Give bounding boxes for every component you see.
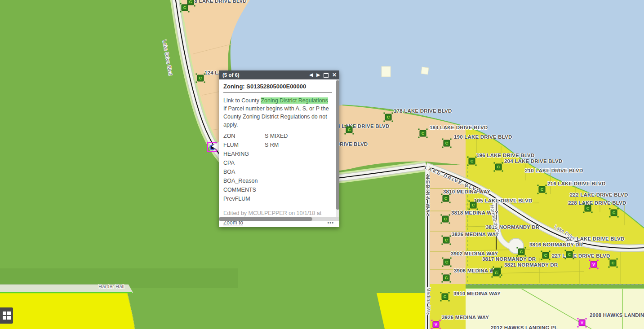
grid-icon <box>3 311 11 320</box>
horizontal-scrollbar-thumb[interactable] <box>219 217 312 221</box>
parcel-marker-c[interactable]: C <box>187 0 194 5</box>
vertical-scrollbar[interactable] <box>336 79 339 217</box>
field-label: CPA <box>223 158 265 167</box>
field-row: ZON S MIXED <box>223 132 332 140</box>
popup-tail <box>212 142 219 151</box>
parcel-marker-c[interactable]: C <box>566 251 573 258</box>
close-icon[interactable]: ✕ <box>332 70 337 79</box>
basemap-grid-button[interactable] <box>0 307 13 324</box>
parcel-marker-c[interactable]: C <box>469 158 475 165</box>
parcel-marker-c[interactable]: C <box>197 75 204 82</box>
popup-page-indicator: (5 of 6) <box>222 72 240 78</box>
parcel-marker-c[interactable]: C <box>442 294 449 300</box>
parcel-marker-c[interactable]: C <box>493 270 500 276</box>
parcel-marker-c[interactable]: C <box>443 275 450 281</box>
field-row: CPA <box>223 158 332 167</box>
parcel-marker-c[interactable]: C <box>442 216 449 223</box>
edited-by-line1: Edited by MCULPEPPER on 10/1/18 at 2:23 <box>223 210 321 217</box>
edited-by-text: Edited by MCULPEPPER on 10/1/18 at 2:23P… <box>223 210 332 217</box>
field-row: FLUM S RM <box>223 140 332 149</box>
field-value <box>265 158 332 167</box>
parcel-marker-c[interactable]: C <box>420 130 426 137</box>
parcel-marker-c[interactable]: C <box>539 186 546 193</box>
field-row: PrevFLUM <box>223 194 332 203</box>
field-row: BOA_Reason <box>223 176 332 185</box>
parcel-marker-v[interactable]: V <box>591 261 597 268</box>
field-row: BOA <box>223 167 332 176</box>
parcel-note-text: If Parcel number begins with A, S, or P … <box>223 105 329 128</box>
parcel-marker-c[interactable]: C <box>611 210 617 216</box>
popup-content[interactable]: Zoning: S01352805000E00000 Link to Count… <box>219 79 339 217</box>
zoning-regulations-link[interactable]: Zoning District Regulations <box>261 97 328 104</box>
parcel-marker-c[interactable]: C <box>443 195 449 202</box>
field-row: HEARING <box>223 149 332 158</box>
next-feature-button[interactable]: ▶ <box>316 70 320 79</box>
field-row: COMMENTS <box>223 185 332 194</box>
field-label: FLUM <box>223 140 265 149</box>
parcel-marker-c[interactable]: C <box>444 259 450 266</box>
link-prefix-text: Link to County <box>223 97 261 104</box>
field-label: COMMENTS <box>223 185 265 194</box>
horizontal-scrollbar[interactable] <box>219 217 339 221</box>
parcel-marker-c[interactable]: C <box>585 205 591 212</box>
map-stage[interactable]: 118 LAKE DRIVE BLVD124 LAKE DRIVE BLVD17… <box>0 0 644 329</box>
parcel-marker-c[interactable]: C <box>385 114 392 121</box>
vertical-scrollbar-thumb[interactable] <box>336 80 339 210</box>
parcel-marker-v[interactable]: V <box>579 320 586 326</box>
parcel-marker-v[interactable]: V <box>433 321 440 328</box>
feature-popup[interactable]: (5 of 6) ◀ ▶ ✕ Zoning: S01352805000E0000… <box>219 70 339 227</box>
prev-feature-button[interactable]: ◀ <box>310 70 313 79</box>
field-label: PrevFLUM <box>223 194 265 203</box>
popup-header: (5 of 6) ◀ ▶ ✕ <box>219 70 339 79</box>
parcel-marker-c[interactable]: C <box>518 249 525 255</box>
title-divider <box>223 92 332 93</box>
popup-description: Link to County Zoning District Regulatio… <box>223 97 332 129</box>
field-value <box>265 176 332 185</box>
maximize-icon[interactable] <box>324 73 329 78</box>
field-value: S RM <box>265 140 332 149</box>
field-value <box>265 185 332 194</box>
parcel-marker-c[interactable]: C <box>443 237 450 244</box>
parcel-marker-c[interactable]: C <box>495 164 502 171</box>
field-value <box>265 149 332 158</box>
field-label: ZON <box>223 132 265 140</box>
field-value: S MIXED <box>265 132 332 140</box>
parcel-marker-c[interactable]: C <box>610 260 617 267</box>
field-label: BOA_Reason <box>223 176 265 185</box>
parcel-marker-c[interactable]: C <box>542 252 549 259</box>
parcel-marker-c[interactable]: C <box>470 202 477 209</box>
field-value <box>265 194 332 203</box>
parcel-marker-c[interactable]: C <box>182 4 188 11</box>
field-label: HEARING <box>223 149 265 158</box>
parcel-marker-c[interactable]: C <box>346 127 353 133</box>
parcel-marker-c[interactable]: C <box>444 140 450 147</box>
popup-title: Zoning: S01352805000E00000 <box>223 83 332 90</box>
field-label: BOA <box>223 167 265 176</box>
field-value <box>265 167 332 176</box>
